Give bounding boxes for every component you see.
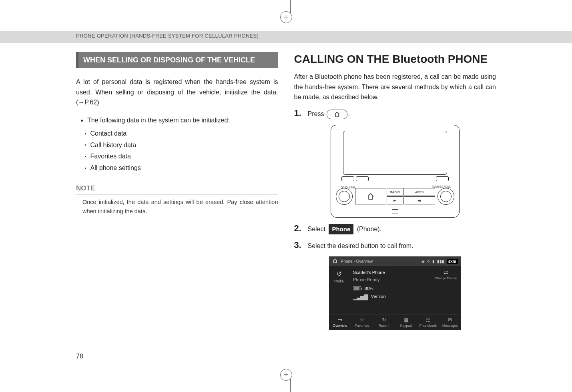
sub-item: All phone settings [85, 162, 278, 174]
screenshot-status-bar: Phone › Overview ◈ ⟡ ▮ ▮▮▮ sxm [329, 256, 461, 266]
redial-label: Redial [334, 279, 345, 283]
radio-button-label: RADIO [387, 188, 403, 196]
change-device-icon: ⇄ [433, 269, 459, 276]
content-columns: WHEN SELLING OR DISPOSING OF THE VEHICLE… [76, 52, 496, 330]
head-unit-figure: O/VOLUME TUNE/SCROLL RADIO APPS ⏮ ⏭ [331, 125, 460, 218]
bullet-list: The following data in the system can be … [87, 115, 278, 126]
prev-track-icon: ⏮ [387, 196, 403, 204]
redial-icon: ↺ [337, 270, 342, 278]
wifi-icon: ◈ [421, 259, 425, 264]
battery-row: 80% [353, 286, 427, 291]
step-number: 2. [294, 223, 304, 234]
home-icon [332, 258, 338, 264]
note-text: Once initialized, the data and settings … [82, 198, 278, 216]
sub-item: Favorites data [85, 151, 278, 162]
manual-page: + + PHONE OPERATION (HANDS-FREE SYSTEM F… [0, 0, 572, 392]
tab-label: Overview [333, 324, 347, 328]
home-button-icon [327, 110, 347, 119]
tab-messages: ✉ Messages [439, 314, 461, 330]
change-device-panel: ⇄ Change Device [431, 266, 461, 314]
step-body: Press . [308, 109, 496, 119]
intro-paragraph: A lot of personal data is registered whe… [76, 77, 278, 108]
sub-item: Contact data [85, 128, 278, 140]
step-text: Press [308, 110, 324, 117]
phone-name: Scarlett's Phone [353, 270, 427, 275]
overview-icon: ▭ [329, 317, 351, 323]
breadcrumb-sep: › [353, 259, 355, 264]
step-2: 2. Select Phone (Phone). [294, 223, 496, 235]
page-number: 78 [76, 353, 83, 360]
page-title: CALLING ON THE Bluetooth PHONE [294, 52, 496, 66]
right-column: CALLING ON THE Bluetooth PHONE After a B… [294, 52, 496, 330]
breadcrumb: Phone › Overview [341, 259, 373, 264]
step-number: 3. [294, 240, 304, 250]
left-column: WHEN SELLING OR DISPOSING OF THE VEHICLE… [76, 52, 278, 330]
change-device-label: Change Device [435, 276, 457, 280]
sub-item: Call history data [85, 140, 278, 151]
tab-label: Keypad [400, 324, 412, 328]
tab-label: Recent [379, 324, 389, 328]
battery-percent: 80% [365, 286, 373, 291]
phone-status: Phone Ready [353, 277, 427, 282]
breadcrumb-phone: Phone [341, 259, 353, 264]
step-1: 1. Press . [294, 108, 496, 119]
sxm-badge: sxm [447, 259, 458, 264]
tab-recent: ↻ Recent [373, 314, 395, 330]
step-text-tail: . [348, 110, 350, 117]
next-track-icon: ⏭ [404, 196, 435, 204]
recent-icon: ↻ [373, 317, 395, 323]
step-text-tail: (Phone). [357, 226, 381, 232]
step-number: 1. [294, 108, 304, 118]
signal-icon: ▮▮▮ [437, 259, 444, 264]
slot-icon [436, 176, 449, 181]
carrier-label: Verizon [371, 294, 386, 299]
tab-phonebook: ☷ Phonebook [417, 314, 439, 330]
device-screen [343, 131, 447, 175]
step-body: Select Phone (Phone). [308, 224, 496, 235]
tab-keypad: ▦ Keypad [395, 314, 417, 330]
sd-slot-icon [341, 176, 354, 181]
bluetooth-icon: ⟡ [427, 259, 430, 264]
house-icon [334, 112, 340, 117]
battery-icon [353, 286, 361, 291]
screenshot-body: ↺ Redial Scarlett's Phone Phone Ready 80… [329, 266, 461, 314]
tab-label: Messages [442, 324, 458, 328]
home-hard-button [355, 188, 386, 204]
sub-list: Contact data Call history data Favorites… [85, 128, 278, 174]
bullet-main: The following data in the system can be … [87, 115, 278, 126]
signal-bars-icon: ▁▃▅▇ [353, 294, 367, 300]
tune-knob-icon [438, 188, 454, 205]
section-title: WHEN SELLING OR DISPOSING OF THE VEHICLE [76, 52, 278, 68]
tab-label: Phonebook [419, 324, 437, 328]
breadcrumb-overview: Overview [356, 259, 373, 264]
note-heading: NOTE [76, 184, 278, 194]
volume-knob-icon [336, 188, 353, 205]
registration-mark-bottom: + [280, 369, 292, 381]
step-text: Select the desired button to call from. [308, 241, 496, 251]
running-header: PHONE OPERATION (HANDS-FREE SYSTEM FOR C… [76, 33, 259, 39]
step-text: Select [308, 226, 325, 232]
device-controls: RADIO APPS ⏮ ⏭ [336, 188, 454, 205]
status-icons: ◈ ⟡ ▮ ▮▮▮ sxm [421, 259, 458, 264]
tab-label: Favorites [355, 324, 369, 328]
tab-favorites: ☆ Favorites [351, 314, 373, 330]
phone-pill: Phone [329, 224, 353, 235]
slot-icon [356, 176, 369, 181]
phone-info: Scarlett's Phone Phone Ready 80% ▁▃▅▇ Ve… [350, 266, 431, 314]
phone-overview-screenshot: Phone › Overview ◈ ⟡ ▮ ▮▮▮ sxm [329, 256, 461, 330]
keypad-icon: ▦ [395, 317, 417, 323]
apps-button-label: APPS [404, 188, 435, 196]
carrier-row: ▁▃▅▇ Verizon [353, 294, 427, 300]
screenshot-tabs: ▭ Overview ☆ Favorites ↻ Recent ▦ Keypad [329, 314, 461, 330]
redial-panel: ↺ Redial [329, 266, 350, 314]
registration-mark-top: + [280, 11, 292, 23]
device-slot-row [341, 176, 449, 184]
phonebook-icon: ☷ [417, 317, 439, 323]
tab-overview: ▭ Overview [329, 314, 351, 330]
battery-icon: ▮ [432, 259, 435, 264]
messages-icon: ✉ [439, 317, 461, 323]
intro-paragraph-right: After a Bluetooth phone has been registe… [294, 72, 496, 102]
step-3: 3. Select the desired button to call fro… [294, 240, 496, 251]
star-icon: ☆ [351, 317, 373, 323]
mic-icon [392, 209, 398, 214]
